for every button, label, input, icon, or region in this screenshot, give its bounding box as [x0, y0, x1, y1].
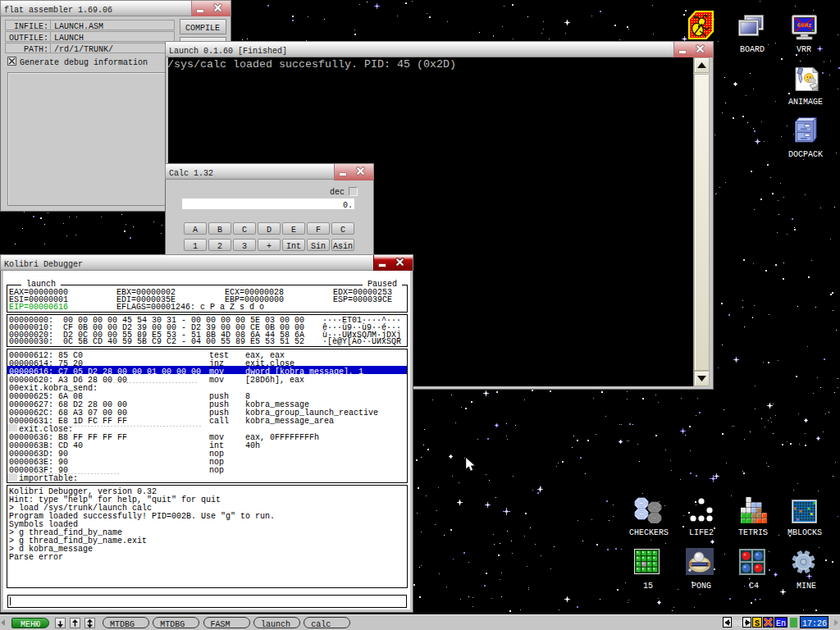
svg-text:60Hz: 60Hz [797, 22, 811, 29]
